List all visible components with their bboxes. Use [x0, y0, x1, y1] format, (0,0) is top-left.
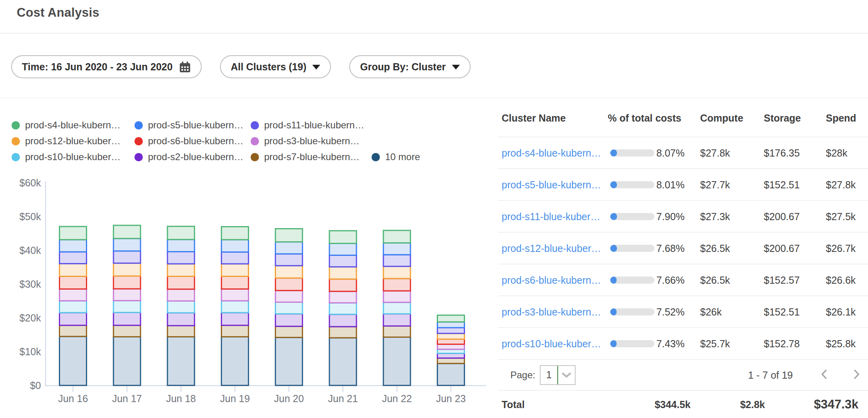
col-header-storage: Storage: [764, 112, 801, 124]
bar-segment: [113, 289, 140, 301]
legend-color-dot: [251, 153, 259, 161]
bar-segment: [383, 314, 411, 326]
legend-item[interactable]: prod-s5-blue-kubern…: [134, 118, 243, 132]
bar-segment: [60, 325, 87, 337]
legend-item[interactable]: prod-s12-blue-kuber…: [12, 134, 121, 148]
bar-segment: [167, 276, 195, 289]
bar-segment: [167, 226, 195, 240]
header-divider: [0, 33, 868, 33]
bar-segment: [437, 322, 464, 327]
table-row: prod-s10-blue-kuber…7.43%$25.7k$152.78$2…: [498, 328, 868, 360]
cluster-name-link[interactable]: prod-s11-blue-kuber…: [502, 211, 600, 222]
pct-value: 7.52%: [645, 306, 685, 317]
time-range-filter[interactable]: Time: 16 Jun 2020 - 23 Jun 2020: [11, 55, 202, 78]
bar-segment: [383, 266, 411, 279]
bar-segment: [222, 264, 249, 276]
compute-value: $26.5k: [700, 274, 730, 286]
svg-text:$50k: $50k: [19, 211, 41, 222]
bar-segment: [222, 227, 249, 240]
bar-segment: [167, 337, 195, 385]
svg-text:$0: $0: [30, 380, 41, 391]
legend-color-dot: [12, 137, 20, 145]
storage-value: $152.57: [764, 274, 800, 286]
bar-segment: [113, 238, 140, 251]
cluster-cost-table: Cluster Name % of total costs Compute St…: [498, 99, 868, 418]
legend-item[interactable]: prod-s10-blue-kuber…: [12, 150, 121, 164]
legend-item[interactable]: prod-s6-blue-kubern…: [134, 134, 243, 148]
clusters-filter[interactable]: All Clusters (19): [220, 55, 331, 78]
total-spend: $347.3k: [795, 397, 858, 412]
cost-stacked-bar-chart: $0$10k$20k$30k$40k$50k$60kJun 16Jun 17Ju…: [0, 171, 501, 418]
spend-value: $27.8k: [826, 179, 856, 190]
pagination-row: Page: 1 1 - 7 of 19: [498, 360, 868, 391]
clusters-filter-label: All Clusters (19): [231, 61, 306, 73]
bar-segment: [222, 289, 249, 301]
cluster-name-link[interactable]: prod-s6-blue-kubern…: [502, 274, 601, 286]
chevron-down-icon: [558, 372, 575, 378]
svg-text:$30k: $30k: [19, 279, 41, 290]
bar-segment: [60, 337, 87, 385]
bar-segment: [275, 302, 302, 314]
col-header-compute: Compute: [700, 112, 743, 124]
storage-value: $200.67: [764, 242, 800, 254]
bar-segment: [167, 252, 195, 264]
bar-segment: [329, 279, 356, 291]
total-compute: $344.5k: [651, 399, 691, 410]
total-label: Total: [502, 399, 525, 410]
cluster-name-link[interactable]: prod-s12-blue-kuber…: [502, 242, 601, 254]
pct-value: 7.43%: [645, 338, 685, 349]
table-header-row: Cluster Name % of total costs Compute St…: [498, 99, 868, 137]
storage-value: $176.35: [764, 147, 800, 159]
col-header-pct-total-costs: % of total costs: [608, 112, 681, 124]
bar-segment: [167, 240, 195, 252]
cluster-name-link[interactable]: prod-s10-blue-kuber…: [502, 338, 601, 349]
bar-segment: [167, 326, 195, 337]
legend-item[interactable]: prod-s4-blue-kubern…: [12, 118, 121, 132]
legend-item[interactable]: prod-s11-blue-kubern…: [251, 118, 364, 132]
cluster-name-link[interactable]: prod-s3-blue-kubern…: [502, 306, 601, 317]
cluster-name-link[interactable]: prod-s4-blue-kubern…: [502, 147, 601, 159]
bar-segment: [60, 226, 87, 240]
bar-segment: [329, 291, 356, 303]
bar-segment: [383, 291, 411, 302]
svg-text:Jun 20: Jun 20: [274, 393, 304, 404]
page-title: Cost Analysis: [17, 6, 99, 20]
bar-segment: [437, 333, 464, 339]
bar-segment: [113, 251, 140, 263]
next-page-button[interactable]: [852, 369, 860, 381]
svg-text:$20k: $20k: [19, 312, 41, 323]
bar-segment: [113, 301, 140, 313]
compute-value: $27.8k: [700, 147, 730, 159]
storage-value: $152.51: [764, 179, 800, 190]
col-header-spend: Spend: [826, 112, 856, 124]
legend-label: prod-s5-blue-kubern…: [148, 120, 243, 131]
bar-segment: [437, 364, 464, 385]
bar-segment: [437, 328, 464, 333]
table-row: prod-s11-blue-kuber…7.90%$27.3k$200.67$2…: [498, 201, 868, 232]
bar-segment: [113, 325, 140, 337]
bar-segment: [113, 225, 140, 238]
pct-value: 8.01%: [645, 179, 685, 190]
group-by-filter[interactable]: Group By: Cluster: [349, 55, 470, 78]
bar-segment: [60, 313, 87, 325]
legend-item[interactable]: prod-s3-blue-kubern…: [251, 134, 360, 148]
table-row: prod-s12-blue-kuber…7.68%$26.5k$200.67$2…: [498, 232, 868, 264]
bar-segment: [60, 289, 87, 301]
bar-segment: [275, 337, 302, 385]
legend-item[interactable]: prod-s7-blue-kubern…: [251, 150, 360, 164]
page-select[interactable]: 1: [540, 365, 576, 385]
svg-text:$40k: $40k: [19, 245, 41, 256]
svg-text:Jun 21: Jun 21: [328, 393, 358, 404]
bar-segment: [60, 276, 87, 289]
legend-color-dot: [134, 121, 143, 130]
legend-item[interactable]: 10 more: [372, 150, 420, 164]
svg-text:$10k: $10k: [19, 346, 41, 357]
spend-value: $28k: [826, 147, 847, 159]
cluster-name-link[interactable]: prod-s5-blue-kubern…: [502, 179, 601, 190]
bar-segment: [437, 349, 464, 353]
bar-segment: [329, 267, 356, 279]
bar-segment: [383, 255, 411, 266]
prev-page-button[interactable]: [820, 369, 828, 381]
legend-item[interactable]: prod-s2-blue-kubern…: [134, 150, 243, 164]
pct-value: 8.07%: [645, 147, 685, 159]
